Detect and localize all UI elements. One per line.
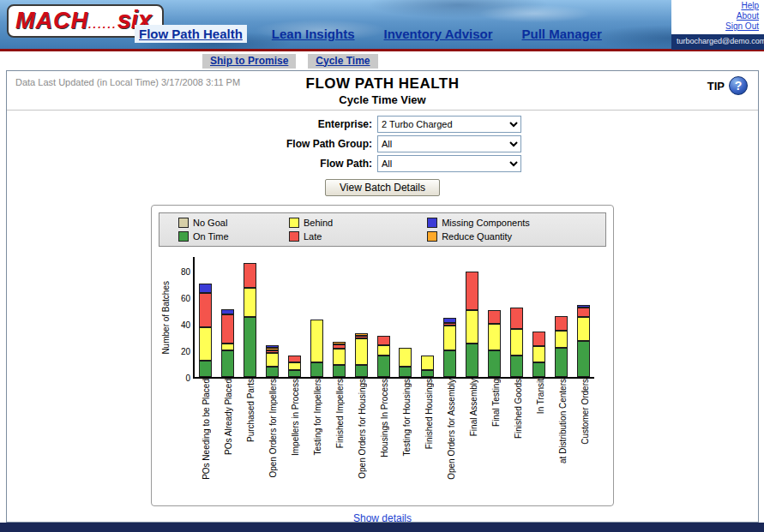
- y-tick-label: 0: [185, 374, 190, 383]
- x-label-column: In Transit: [529, 379, 551, 504]
- chart-container: No GoalBehindMissing ComponentsOn TimeLa…: [151, 205, 614, 506]
- stacked-bar: [288, 356, 301, 377]
- nav-lean-insights[interactable]: Lean Insights: [268, 25, 359, 43]
- bar-segment-late: [510, 308, 523, 329]
- legend-item: Behind: [289, 218, 427, 228]
- x-label-column: Purchased Parts: [239, 379, 262, 504]
- bar-segment-behind: [488, 324, 501, 350]
- view-batch-details-button[interactable]: View Batch Details: [325, 179, 440, 196]
- stacked-bar: [532, 332, 545, 377]
- bar-segment-late: [532, 332, 545, 346]
- stacked-bar: [199, 284, 212, 377]
- page-subtitle: Cycle Time View: [15, 93, 749, 106]
- tab-ship-to-promise[interactable]: Ship to Promise: [202, 54, 296, 69]
- account-corner: Help About Sign Out turbocharged@demo.co…: [671, 0, 764, 49]
- bar-segment-behind: [510, 329, 523, 356]
- bar-segment-on-time: [199, 361, 212, 377]
- bar-column: [461, 272, 484, 377]
- x-label-column: Final Assembly: [462, 379, 484, 504]
- bar-segment-on-time: [466, 344, 478, 377]
- tip-block: TIP ?: [707, 76, 748, 95]
- bar-segment-behind: [555, 331, 568, 348]
- x-label-column: Finished Impellers: [328, 379, 351, 504]
- nav-flow-path-health[interactable]: Flow Path Health: [135, 25, 247, 43]
- legend-label: No Goal: [193, 218, 227, 228]
- bar-segment-behind: [288, 362, 301, 370]
- show-details-link[interactable]: Show details: [353, 512, 412, 523]
- bar-segment-behind: [532, 346, 545, 362]
- nav-inventory-advisor[interactable]: Inventory Advisor: [380, 25, 497, 43]
- x-label-column: Finished Goods: [507, 379, 529, 504]
- stacked-bar: [443, 318, 456, 377]
- filter-form: Enterprise: 2 Turbo Charged Flow Path Gr…: [7, 116, 758, 172]
- x-axis-label: In Transit: [536, 379, 545, 416]
- bar-segment-on-time: [443, 350, 456, 377]
- legend-item: No Goal: [178, 218, 289, 228]
- content-panel: Data Last Updated (in Local Time) 3/17/2…: [6, 70, 759, 523]
- tab-cycle-time[interactable]: Cycle Time: [308, 54, 377, 69]
- stacked-bar: [555, 316, 568, 377]
- bar-segment-behind: [221, 344, 234, 350]
- bar-segment-late: [221, 314, 234, 344]
- bar-segment-behind: [443, 326, 456, 350]
- bar-segment-on-time: [221, 350, 234, 377]
- page: MACH......six Flow Path Health Lean Insi…: [0, 0, 764, 532]
- bar-column: [284, 356, 306, 377]
- flow-path-group-select[interactable]: All: [377, 135, 521, 152]
- x-label-column: Testing for Housings: [395, 379, 418, 504]
- account-links: Help About Sign Out: [671, 0, 764, 34]
- legend-item: Late: [289, 231, 427, 242]
- help-link[interactable]: Help: [677, 1, 759, 11]
- legend-label: On Time: [193, 231, 229, 242]
- bar-segment-on-time: [288, 370, 301, 377]
- bar-segment-behind: [266, 353, 279, 367]
- stacked-bar: [466, 272, 478, 377]
- bar-segment-late: [377, 336, 390, 345]
- x-axis-label: Testing for Impellers: [313, 379, 322, 457]
- y-axis-ticks: 020406080: [172, 257, 193, 379]
- about-link[interactable]: About: [677, 11, 759, 21]
- x-axis-label: POs Already Placed: [224, 379, 233, 457]
- sign-out-link[interactable]: Sign Out: [677, 21, 759, 32]
- flow-path-select[interactable]: All: [377, 155, 521, 172]
- x-axis-label: POs Needing to be Placed: [202, 379, 211, 482]
- bar-column: [572, 305, 594, 377]
- app-header: MACH......six Flow Path Health Lean Insi…: [0, 0, 764, 49]
- y-tick-label: 40: [181, 320, 190, 330]
- bar-segment-behind: [577, 317, 590, 341]
- bar-segment-on-time: [377, 356, 390, 377]
- chart-plot: [193, 257, 594, 379]
- bottom-bar: [0, 523, 764, 532]
- bar-column: [527, 332, 550, 377]
- bar-segment-behind: [466, 310, 478, 344]
- x-axis-label: Purchased Parts: [246, 379, 256, 445]
- legend-swatch: [427, 218, 437, 228]
- enterprise-select[interactable]: 2 Turbo Charged: [377, 116, 521, 133]
- logo-dots: ......: [88, 18, 117, 31]
- x-axis-label: Customer Orders: [581, 379, 590, 447]
- bar-segment-on-time: [266, 367, 279, 377]
- bar-segment-on-time: [399, 367, 412, 377]
- help-question-icon[interactable]: ?: [729, 76, 748, 95]
- last-updated-text: Data Last Updated (in Local Time) 3/17/2…: [15, 77, 240, 87]
- nav-pull-manager[interactable]: Pull Manager: [518, 25, 606, 43]
- bar-segment-on-time: [488, 350, 501, 377]
- bar-column: [484, 310, 506, 377]
- x-label-column: Impellers in Process: [284, 379, 306, 504]
- bar-segment-behind: [355, 338, 368, 365]
- legend-item: Missing Components: [427, 218, 599, 228]
- x-axis-label: Open Orders for Impellers: [268, 379, 278, 481]
- x-label-column: Finished Housings: [418, 379, 440, 504]
- bar-column: [394, 348, 417, 377]
- stacked-bar: [221, 309, 234, 377]
- flow-path-label: Flow Path:: [244, 158, 372, 170]
- legend-label: Reduce Quantity: [442, 231, 512, 242]
- legend-label: Behind: [304, 218, 333, 228]
- x-label-column: Final Testing: [484, 379, 507, 504]
- button-row: View Batch Details: [7, 179, 758, 196]
- stacked-bar: [421, 356, 434, 377]
- legend-swatch: [289, 231, 299, 242]
- bar-segment-late: [288, 356, 301, 362]
- bar-segment-on-time: [555, 348, 568, 377]
- legend-swatch: [289, 218, 299, 228]
